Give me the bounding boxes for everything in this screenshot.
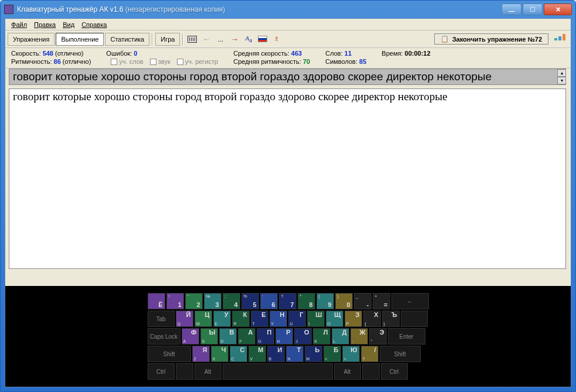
key-[interactable] <box>176 363 193 380</box>
key-ctrl[interactable]: Ctrl <box>148 363 175 380</box>
key-о[interactable]: JО <box>294 328 312 345</box>
key-с[interactable]: CС <box>230 346 247 362</box>
key-п[interactable]: GП <box>257 328 274 345</box>
key-alt[interactable]: Alt <box>195 363 221 380</box>
key-alt[interactable]: Alt <box>334 363 361 380</box>
stats-chart-icon[interactable] <box>554 33 566 45</box>
menu-help[interactable]: Справка <box>78 20 110 29</box>
menu-edit[interactable]: Правка <box>30 20 59 29</box>
menu-file[interactable]: Файл <box>8 20 30 29</box>
avg-rhythm-label: Средняя ритмичность: <box>233 58 301 65</box>
keyboard-panel: Ё!1"2№3;4%5:6?7*8(9)0_-+=←TabQЙWЦEУRКTЕY… <box>5 286 571 387</box>
finish-exercise-button[interactable]: 📋 Закончить упражнение №72 <box>434 33 548 45</box>
chk-words[interactable]: уч. слов <box>111 58 143 65</box>
avg-speed-value: 463 <box>291 50 302 57</box>
key-и[interactable]: BИ <box>267 346 285 362</box>
key-enter[interactable]: Enter <box>388 328 425 345</box>
key-у[interactable]: EУ <box>213 311 231 327</box>
key-[interactable] <box>362 363 380 380</box>
key-ш[interactable]: IШ <box>307 311 325 327</box>
close-button[interactable] <box>544 4 572 15</box>
key-1[interactable]: !1 <box>166 293 184 309</box>
key-х[interactable]: {Х <box>363 311 381 327</box>
key-л[interactable]: KЛ <box>313 328 330 345</box>
key-6[interactable]: :6 <box>260 293 278 309</box>
key-к[interactable]: RК <box>232 311 250 327</box>
key-з[interactable]: PЗ <box>345 311 362 327</box>
key-а[interactable]: FА <box>238 328 255 345</box>
key-5[interactable]: %5 <box>241 293 259 309</box>
key-[interactable] <box>223 363 333 380</box>
key-=[interactable]: += <box>373 293 390 309</box>
tab-game[interactable]: Игра <box>155 33 180 46</box>
key-caps lock[interactable]: Caps Lock <box>148 328 180 345</box>
rhythm-rating: (отлично) <box>63 58 91 65</box>
scroll-down-button[interactable]: ▾ <box>557 77 566 84</box>
scroll-up-button[interactable]: ▴ <box>557 69 566 77</box>
chk-sound[interactable]: звук <box>150 58 171 65</box>
key-э[interactable]: "Э <box>369 328 387 345</box>
key-д[interactable]: LД <box>332 328 349 345</box>
key-ы[interactable]: SЫ <box>200 328 218 345</box>
menu-view[interactable]: Вид <box>59 20 78 29</box>
key-н[interactable]: YН <box>270 311 287 327</box>
rhythm-value: 86 <box>54 58 61 65</box>
avg-speed-label: Средняя скорость: <box>233 50 289 57</box>
key-7[interactable]: ?7 <box>279 293 296 309</box>
key-shift[interactable]: Shift <box>148 346 191 362</box>
key-2[interactable]: "2 <box>185 293 203 309</box>
key-р[interactable]: HР <box>275 328 293 345</box>
tab-execution[interactable]: Выполнение <box>56 33 104 46</box>
stats-bar: Скорость: 548 (отлично) Ритмичность: 86 … <box>5 48 571 69</box>
key-/[interactable]: ?/ <box>361 346 379 362</box>
dots-button[interactable]: ... <box>214 33 227 46</box>
key--[interactable]: _- <box>354 293 371 309</box>
key-е[interactable]: TЕ <box>251 311 268 327</box>
key-ж[interactable]: :Ж <box>350 328 368 345</box>
speed-value: 548 <box>43 50 53 57</box>
typing-area[interactable]: говорит которые хорошо стороны город вто… <box>9 88 566 269</box>
font-icon[interactable]: Aa <box>242 33 255 46</box>
keyboard-icon[interactable] <box>186 33 199 46</box>
errors-value: 0 <box>134 50 137 57</box>
words-label: Слов: <box>325 50 343 57</box>
key-0[interactable]: )0 <box>335 293 353 309</box>
key-м[interactable]: VМ <box>248 346 266 362</box>
key-й[interactable]: QЙ <box>176 311 193 327</box>
key-г[interactable]: UГ <box>288 311 306 327</box>
key-tab[interactable]: Tab <box>148 311 175 327</box>
key-ц[interactable]: WЦ <box>195 311 212 327</box>
key-ю[interactable]: >Ю <box>342 346 360 362</box>
menubar: Файл Правка Вид Справка <box>5 19 571 30</box>
tab-statistics[interactable]: Статистика <box>105 33 149 46</box>
key-8[interactable]: *8 <box>298 293 315 309</box>
key-ё[interactable]: Ё <box>148 293 165 309</box>
avg-rhythm-value: 70 <box>303 58 310 65</box>
key-я[interactable]: ZЯ <box>192 346 210 362</box>
jester-icon[interactable]: ♗ <box>270 33 283 46</box>
prev-arrow-icon[interactable]: ← <box>200 33 213 46</box>
chk-case[interactable]: уч. регистр <box>177 58 218 65</box>
key-shift[interactable]: Shift <box>380 346 421 362</box>
key-ч[interactable]: XЧ <box>211 346 229 362</box>
key-9[interactable]: (9 <box>316 293 334 309</box>
key-ctrl[interactable]: Ctrl <box>381 363 408 380</box>
rhythm-label: Ритмичность: <box>11 58 52 65</box>
key-ь[interactable]: MЬ <box>305 346 322 362</box>
key-б[interactable]: <Б <box>323 346 341 362</box>
titlebar: Клавиатурный тренажёр АК v1.6 (незарегис… <box>1 1 575 18</box>
key-4[interactable]: ;4 <box>223 293 240 309</box>
key-ф[interactable]: AФ <box>182 328 199 345</box>
flag-ru-icon[interactable] <box>256 33 269 46</box>
maximize-button[interactable] <box>523 4 543 15</box>
key-т[interactable]: NТ <box>286 346 304 362</box>
key-ъ[interactable]: }Ъ <box>382 311 400 327</box>
tab-exercises[interactable]: Упражнения <box>8 33 54 46</box>
key-←[interactable]: ← <box>391 293 429 309</box>
key-в[interactable]: DВ <box>219 328 237 345</box>
next-arrow-icon[interactable]: → <box>228 33 241 46</box>
minimize-button[interactable] <box>502 4 522 15</box>
key-щ[interactable]: OЩ <box>326 311 343 327</box>
key-3[interactable]: №3 <box>204 293 221 309</box>
key-[interactable] <box>401 311 428 327</box>
